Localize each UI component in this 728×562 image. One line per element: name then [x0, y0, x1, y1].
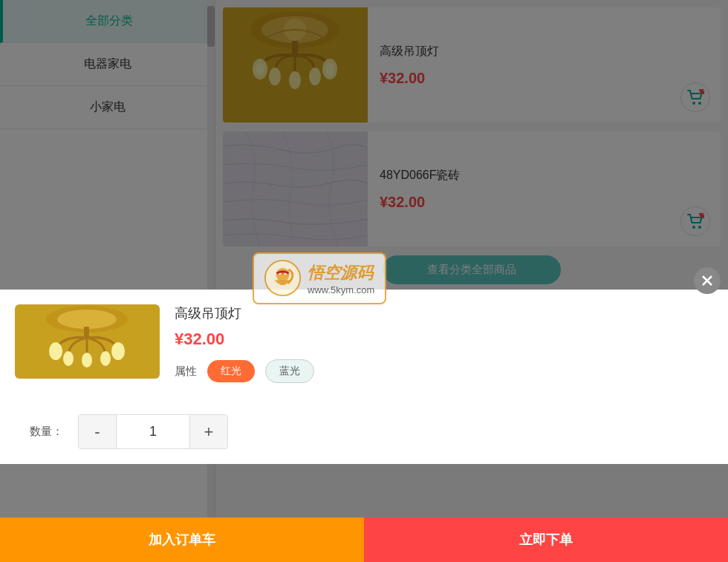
quantity-control: - + [78, 414, 228, 449]
svg-point-33 [111, 342, 125, 360]
modal-details: 高级吊顶灯 ¥32.00 属性 红光 蓝光 [175, 304, 713, 395]
product-modal: 高级吊顶灯 ¥32.00 属性 红光 蓝光 数量： - + [0, 290, 728, 464]
modal-close-button[interactable] [694, 267, 721, 294]
action-bar: 加入订单车 立即下单 [0, 517, 728, 562]
close-icon [701, 275, 713, 287]
watermark-text: 悟空源码 www.5kym.com [308, 262, 374, 295]
modal-title: 高级吊顶灯 [175, 304, 713, 322]
svg-rect-31 [84, 327, 89, 338]
attr-tag-red[interactable]: 红光 [207, 360, 255, 382]
buy-now-button[interactable]: 立即下单 [364, 517, 728, 562]
quantity-minus-button[interactable]: - [79, 415, 116, 448]
watermark: 悟空源码 www.5kym.com [253, 252, 386, 304]
modal-chandelier-svg [15, 304, 160, 379]
svg-point-36 [82, 353, 92, 367]
attr-tag-blue[interactable]: 蓝光 [265, 359, 314, 383]
watermark-logo-svg [264, 260, 302, 297]
modal-price: ¥32.00 [175, 330, 713, 349]
modal-product-image [15, 304, 160, 379]
svg-point-34 [63, 351, 74, 366]
svg-point-30 [57, 310, 117, 329]
svg-point-35 [100, 351, 111, 366]
attr-label: 属性 [175, 365, 197, 379]
quantity-input[interactable] [116, 415, 190, 448]
quantity-row: 数量： - + [30, 414, 713, 449]
svg-point-32 [49, 342, 62, 360]
quantity-label: 数量： [30, 425, 63, 439]
modal-content: 高级吊顶灯 ¥32.00 属性 红光 蓝光 [15, 304, 713, 407]
add-to-cart-button[interactable]: 加入订单车 [0, 517, 364, 562]
modal-attributes: 属性 红光 蓝光 [175, 359, 713, 383]
watermark-box: 悟空源码 www.5kym.com [253, 252, 386, 304]
quantity-plus-button[interactable]: + [190, 415, 227, 448]
